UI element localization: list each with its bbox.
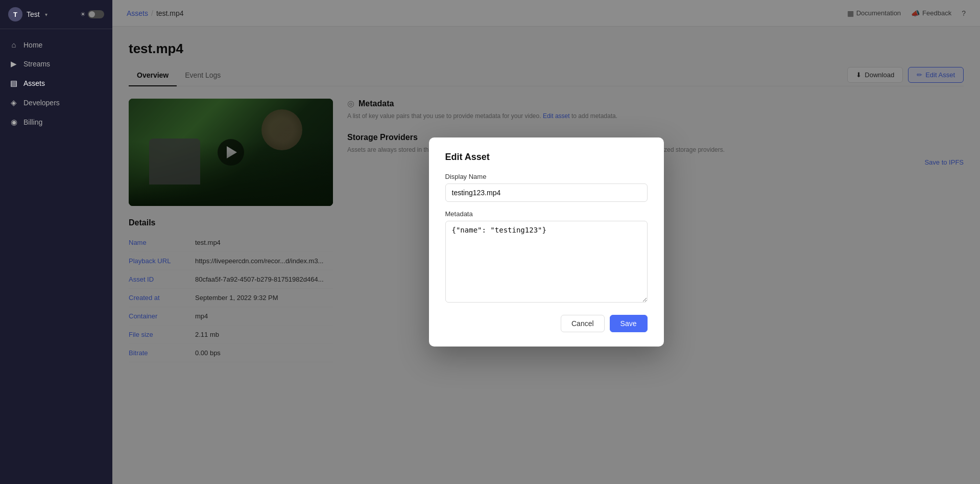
edit-asset-modal: Edit Asset Display Name Metadata {"name"… [429, 137, 664, 347]
avatar: T [8, 7, 22, 21]
sidebar-item-label: Billing [23, 118, 42, 126]
sidebar-header: T Test ▾ ☀ [0, 0, 112, 29]
developers-icon: ◈ [9, 98, 18, 107]
sidebar-nav: ⌂ Home ▶ Streams ▤ Assets ◈ Developers ◉… [0, 29, 112, 138]
modal-actions: Cancel Save [445, 315, 648, 332]
sidebar-item-developers[interactable]: ◈ Developers [0, 93, 112, 112]
cancel-button[interactable]: Cancel [561, 315, 605, 332]
display-name-group: Display Name [445, 173, 648, 202]
metadata-textarea[interactable]: {"name": "testing123"} [445, 221, 648, 303]
home-icon: ⌂ [9, 40, 18, 49]
sidebar: T Test ▾ ☀ ⌂ Home ▶ Streams ▤ Assets ◈ D… [0, 0, 112, 484]
billing-icon: ◉ [9, 118, 18, 127]
sidebar-item-billing[interactable]: ◉ Billing [0, 112, 112, 132]
sun-icon: ☀ [80, 11, 86, 18]
save-button[interactable]: Save [610, 315, 648, 332]
chevron-down-icon: ▾ [45, 12, 47, 17]
main-content: Assets / test.mp4 ▦ Documentation 📣 Feed… [112, 0, 980, 484]
metadata-group: Metadata {"name": "testing123"} [445, 210, 648, 305]
sidebar-toggle[interactable]: ☀ [80, 10, 104, 18]
sidebar-item-label: Streams [23, 60, 50, 68]
assets-icon: ▤ [9, 79, 18, 88]
sidebar-username: Test [27, 10, 40, 18]
modal-overlay[interactable]: Edit Asset Display Name Metadata {"name"… [112, 0, 980, 484]
streams-icon: ▶ [9, 59, 18, 68]
modal-title: Edit Asset [445, 152, 648, 163]
display-name-label: Display Name [445, 173, 648, 180]
display-name-input[interactable] [445, 183, 648, 202]
sidebar-item-home[interactable]: ⌂ Home [0, 35, 112, 54]
toggle-thumb [89, 11, 95, 17]
sidebar-item-label: Assets [23, 79, 45, 87]
sidebar-item-streams[interactable]: ▶ Streams [0, 54, 112, 74]
sidebar-item-label: Home [23, 41, 42, 49]
sidebar-item-label: Developers [23, 99, 60, 107]
metadata-label: Metadata [445, 210, 648, 218]
sidebar-item-assets[interactable]: ▤ Assets [0, 74, 112, 93]
toggle-track [88, 10, 104, 18]
